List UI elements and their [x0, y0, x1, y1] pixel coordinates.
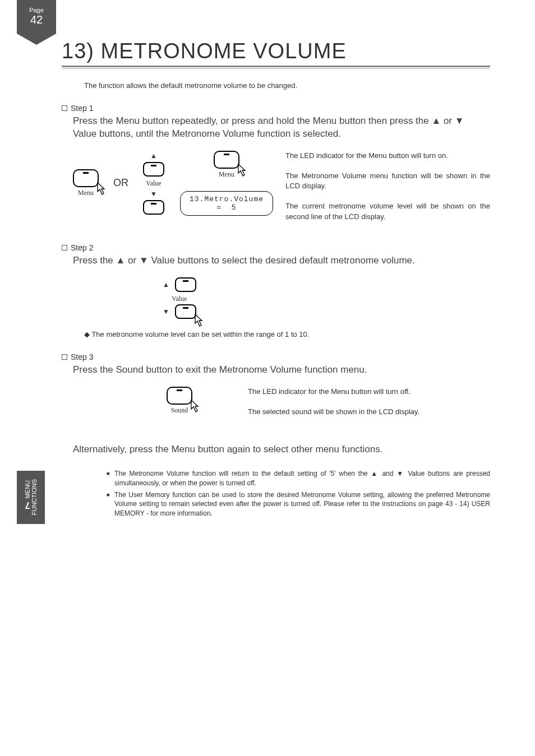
page-tab: Page 42 [17, 0, 56, 34]
menu-label: Menu [78, 189, 94, 197]
value-label: Value [146, 179, 161, 188]
step3-desc: Press the Sound button to exit the Metro… [73, 364, 490, 377]
footnote-1: The Metronome Volume function will retur… [107, 469, 490, 488]
pointer-icon [92, 180, 109, 197]
step2-diagram: ▲ Value ▼ [73, 277, 490, 319]
step3-heading: Step 3 [62, 353, 490, 361]
step1-note1: The LED indicator for the Menu button wi… [285, 151, 490, 161]
down-arrow-icon: ▼ [163, 308, 169, 316]
page-number: 42 [17, 13, 56, 26]
up-arrow-icon: ▲ [150, 152, 157, 160]
step3-diagram: Sound The LED indicator for the Menu but… [73, 387, 490, 427]
menu-label-2: Menu [219, 170, 234, 179]
pointer-icon [233, 162, 250, 179]
sidebar-line1: MENU [24, 481, 31, 499]
step1-heading: Step 1 [62, 104, 490, 113]
box-bullet-icon [62, 105, 67, 111]
footnote-2: The User Memory function can be used to … [107, 490, 490, 518]
step3-note1: The LED indicator for the Menu button wi… [248, 387, 490, 397]
title-underline [62, 68, 490, 69]
step1-note3: The current metronome volume level will … [285, 201, 490, 221]
down-arrow-icon: ▼ [150, 190, 157, 198]
menu-button-diagram-2: Menu 13.Metro.Volume = 5 [180, 151, 273, 216]
value-buttons-diagram: ▲ Value ▼ [143, 151, 164, 215]
step2-heading: Step 2 [62, 243, 490, 252]
sidebar-line2: FUNCTIONS [31, 479, 38, 515]
or-label: OR [113, 177, 128, 189]
step1-diagram: Menu OR ▲ Value ▼ Menu 13. [73, 151, 490, 232]
footnotes: The Metronome Volume function will retur… [107, 469, 490, 518]
box-bullet-icon [62, 245, 67, 251]
sidebar-section: 7 MENU FUNCTIONS [17, 471, 45, 524]
up-arrow-icon: ▲ [163, 281, 169, 289]
box-bullet-icon [62, 354, 67, 360]
pointer-icon [186, 398, 202, 415]
value-buttons-diagram-2: ▲ Value ▼ [123, 277, 236, 319]
step1-desc: Press the Menu button repeatedly, or pre… [73, 115, 490, 141]
page-label: Page [29, 7, 44, 13]
value-label-2: Value [172, 295, 187, 303]
step1-note2: The Metronome Volume menu function will … [285, 171, 490, 191]
step2-desc: Press the ▲ or ▼ Value buttons to select… [73, 254, 490, 267]
lcd-display: 13.Metro.Volume = 5 [180, 191, 273, 216]
sound-button-diagram: Sound [123, 387, 236, 415]
alternative-desc: Alternatively, press the Menu button aga… [73, 444, 490, 455]
menu-button-diagram: Menu [73, 169, 99, 197]
step3-note2: The selected sound will be shown in the … [248, 407, 490, 417]
pointer-icon [190, 312, 206, 329]
sidebar-number: 7 [25, 500, 30, 511]
intro-text: The function allows the default metronom… [84, 81, 490, 90]
step2-note: ◆ The metronome volume level can be set … [84, 330, 490, 338]
page-title: 13) METRONOME VOLUME [62, 39, 490, 67]
